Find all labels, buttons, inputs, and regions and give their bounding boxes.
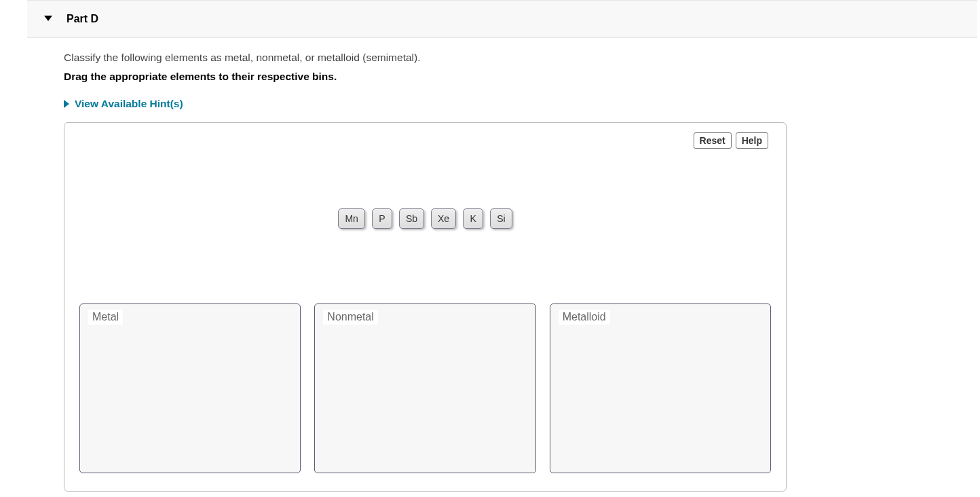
- bins-row: Metal Nonmetal Metalloid: [75, 303, 775, 480]
- bin-label-nonmetal: Nonmetal: [323, 310, 377, 325]
- chip-si[interactable]: Si: [490, 208, 512, 229]
- chip-xe[interactable]: Xe: [431, 208, 456, 229]
- chip-k[interactable]: K: [463, 208, 483, 229]
- chip-mn[interactable]: Mn: [338, 208, 364, 229]
- drag-source-area: Mn P Sb Xe K Si: [75, 174, 775, 263]
- bin-metalloid[interactable]: Metalloid: [550, 303, 771, 473]
- instruction-text: Drag the appropriate elements to their r…: [64, 71, 814, 83]
- page-root: Part D Classify the following elements a…: [0, 0, 980, 492]
- workspace-buttons: Reset Help: [694, 132, 768, 149]
- chip-sb[interactable]: Sb: [399, 208, 424, 229]
- collapse-triangle-icon: [44, 16, 52, 21]
- reset-button[interactable]: Reset: [694, 132, 732, 149]
- part-header[interactable]: Part D: [27, 0, 977, 38]
- expand-triangle-icon: [64, 100, 69, 108]
- content-area: Classify the following elements as metal…: [0, 38, 814, 492]
- hints-toggle[interactable]: View Available Hint(s): [64, 98, 814, 110]
- help-button[interactable]: Help: [736, 132, 768, 149]
- bin-metal[interactable]: Metal: [79, 303, 301, 473]
- hints-label: View Available Hint(s): [75, 98, 183, 110]
- part-title: Part D: [67, 13, 98, 24]
- bin-nonmetal[interactable]: Nonmetal: [314, 303, 535, 473]
- question-text: Classify the following elements as metal…: [64, 52, 814, 64]
- chip-p[interactable]: P: [372, 208, 392, 229]
- workspace: Reset Help Mn P Sb Xe K Si Metal Nonmeta…: [64, 122, 787, 492]
- bin-label-metalloid: Metalloid: [559, 310, 610, 325]
- bin-label-metal: Metal: [88, 310, 123, 325]
